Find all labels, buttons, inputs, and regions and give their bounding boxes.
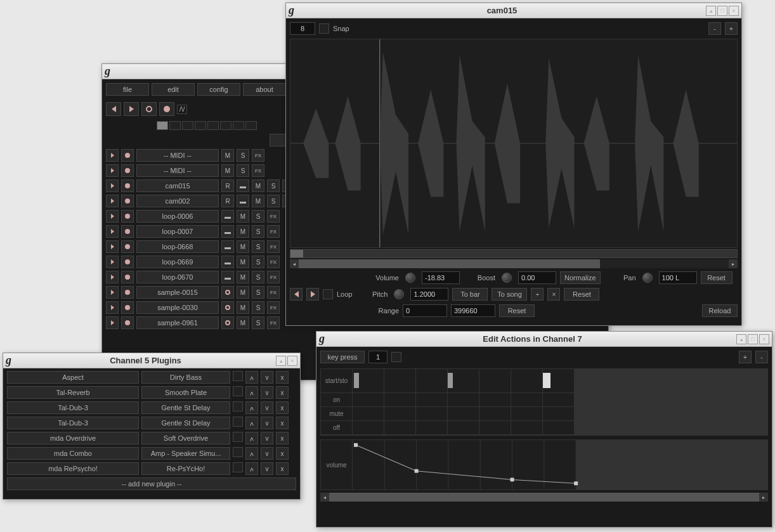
channel-name-button[interactable]: sample-0961 bbox=[136, 316, 219, 329]
channel-arm-button[interactable] bbox=[121, 149, 134, 162]
read-button[interactable]: R bbox=[221, 195, 234, 207]
waveform-scrollbar[interactable]: ◂ ▸ bbox=[290, 259, 738, 268]
action-block[interactable] bbox=[354, 373, 359, 388]
channel-arm-button[interactable] bbox=[121, 225, 134, 238]
lane-mute[interactable]: mute bbox=[321, 407, 767, 421]
loop-mode-button[interactable] bbox=[221, 286, 234, 299]
zoom-in-button[interactable]: + bbox=[725, 22, 738, 35]
pan-input[interactable] bbox=[659, 271, 697, 284]
range-reset-button[interactable]: Reset bbox=[499, 304, 535, 317]
reload-button[interactable]: Reload bbox=[702, 304, 738, 317]
loop-mode-button[interactable]: ▬ bbox=[221, 225, 234, 238]
metronome-icon[interactable]: /\/ bbox=[177, 105, 187, 114]
lane-startstop[interactable]: start/sto bbox=[321, 369, 767, 393]
action-mode-select[interactable]: key press bbox=[320, 351, 365, 363]
loop-mode-button[interactable]: ▬ bbox=[221, 240, 234, 253]
mute-button[interactable]: M bbox=[237, 225, 249, 238]
range-start-input[interactable] bbox=[403, 304, 447, 317]
plugin-bypass-toggle[interactable] bbox=[233, 401, 243, 412]
fx-button[interactable]: FX bbox=[252, 149, 264, 162]
sample-play-button[interactable] bbox=[306, 288, 319, 301]
zoom-out-button[interactable]: - bbox=[708, 22, 721, 35]
channel-play-button[interactable] bbox=[106, 240, 119, 253]
minimize-icon[interactable]: ▴ bbox=[736, 334, 746, 344]
channel-name-button[interactable]: loop-0670 bbox=[136, 271, 219, 283]
waveform-overview[interactable] bbox=[290, 249, 738, 258]
solo-button[interactable]: S bbox=[252, 316, 264, 329]
plugin-preset-button[interactable]: Soft Overdrive bbox=[141, 432, 230, 444]
rewind-button[interactable] bbox=[106, 102, 121, 116]
plugin-preset-button[interactable]: Gentle St Delay bbox=[141, 417, 230, 429]
plugin-down-button[interactable]: v bbox=[261, 447, 273, 460]
plugin-down-button[interactable]: v bbox=[261, 462, 273, 475]
fx-button[interactable]: FX bbox=[267, 240, 280, 253]
fx-button[interactable]: FX bbox=[267, 256, 280, 268]
plugin-preset-button[interactable]: Smooth Plate bbox=[141, 386, 230, 399]
plugin-down-button[interactable]: v bbox=[261, 371, 273, 384]
channel-arm-button[interactable] bbox=[121, 256, 134, 268]
scroll-left-icon[interactable]: ◂ bbox=[290, 259, 299, 268]
close-icon[interactable]: × bbox=[287, 356, 297, 366]
plugin-delete-button[interactable]: x bbox=[276, 371, 289, 384]
pitch-input[interactable] bbox=[410, 288, 448, 301]
plugin-down-button[interactable]: v bbox=[261, 401, 273, 414]
plugin-up-button[interactable]: ʌ bbox=[245, 462, 258, 475]
minimize-icon[interactable]: ▴ bbox=[706, 6, 716, 16]
channel-name-button[interactable]: cam015 bbox=[136, 179, 219, 192]
plugin-name-button[interactable]: mda RePsycho! bbox=[7, 462, 139, 475]
mute-button[interactable]: M bbox=[252, 195, 264, 207]
scroll-right-icon[interactable]: ▸ bbox=[729, 259, 738, 268]
boost-knob[interactable] bbox=[502, 273, 512, 283]
plugin-up-button[interactable]: ʌ bbox=[245, 371, 258, 384]
plugin-name-button[interactable]: Aspect bbox=[7, 371, 139, 384]
loop-mode-button[interactable]: ▬ bbox=[221, 210, 234, 223]
pitch-reset-button[interactable]: Reset bbox=[564, 288, 599, 301]
menu-about[interactable]: about bbox=[243, 83, 286, 96]
plugin-preset-button[interactable]: Gentle St Delay bbox=[141, 401, 230, 414]
plugin-bypass-toggle[interactable] bbox=[233, 462, 243, 472]
plugin-delete-button[interactable]: x bbox=[276, 386, 289, 399]
grid-toggle[interactable] bbox=[391, 352, 401, 362]
solo-button[interactable]: S bbox=[252, 210, 264, 223]
channel-play-button[interactable] bbox=[106, 149, 119, 162]
lane-on[interactable]: on bbox=[321, 393, 767, 407]
pitch-div-button[interactable]: ÷ bbox=[531, 288, 544, 301]
pan-reset-button[interactable]: Reset bbox=[701, 271, 733, 284]
channel-arm-button[interactable] bbox=[121, 210, 134, 223]
mute-button[interactable]: M bbox=[252, 179, 264, 192]
channel-arm-button[interactable] bbox=[121, 195, 134, 207]
pitch-knob[interactable] bbox=[394, 289, 404, 299]
channel-name-button[interactable]: -- MIDI -- bbox=[136, 164, 219, 177]
read-button[interactable]: R bbox=[221, 179, 234, 192]
plugin-name-button[interactable]: Tal-Reverb bbox=[7, 386, 139, 399]
action-block[interactable] bbox=[543, 373, 550, 388]
channel-arm-button[interactable] bbox=[121, 179, 134, 192]
mute-button[interactable]: M bbox=[237, 256, 249, 268]
fx-button[interactable]: FX bbox=[267, 301, 280, 314]
loop-mode-button[interactable]: ▬ bbox=[237, 195, 249, 207]
plugin-up-button[interactable]: ʌ bbox=[245, 386, 258, 399]
channel-play-button[interactable] bbox=[106, 286, 119, 299]
channel-arm-button[interactable] bbox=[121, 164, 134, 177]
channel-arm-button[interactable] bbox=[121, 316, 134, 329]
grid-value-input[interactable] bbox=[368, 351, 387, 363]
volume-input[interactable] bbox=[422, 271, 460, 284]
add-plugin-button[interactable]: -- add new plugin -- bbox=[7, 477, 296, 490]
scroll-left-icon[interactable]: ◂ bbox=[320, 493, 329, 502]
plugin-up-button[interactable]: ʌ bbox=[245, 447, 258, 460]
plugin-up-button[interactable]: ʌ bbox=[245, 417, 258, 429]
mute-button[interactable]: M bbox=[237, 240, 249, 253]
play-button[interactable] bbox=[124, 102, 139, 116]
close-icon[interactable]: × bbox=[759, 334, 769, 344]
plugin-delete-button[interactable]: x bbox=[276, 447, 289, 460]
channel-name-button[interactable]: loop-0007 bbox=[136, 225, 219, 238]
scroll-right-icon[interactable]: ▸ bbox=[759, 493, 768, 502]
normalize-button[interactable]: Normalize bbox=[560, 271, 601, 284]
channel-play-button[interactable] bbox=[106, 164, 119, 177]
plugin-bypass-toggle[interactable] bbox=[233, 371, 243, 381]
mute-button[interactable]: M bbox=[237, 301, 249, 314]
channel-play-button[interactable] bbox=[106, 225, 119, 238]
menu-file[interactable]: file bbox=[106, 83, 149, 96]
record-button[interactable] bbox=[159, 102, 174, 116]
plugin-delete-button[interactable]: x bbox=[276, 401, 289, 414]
